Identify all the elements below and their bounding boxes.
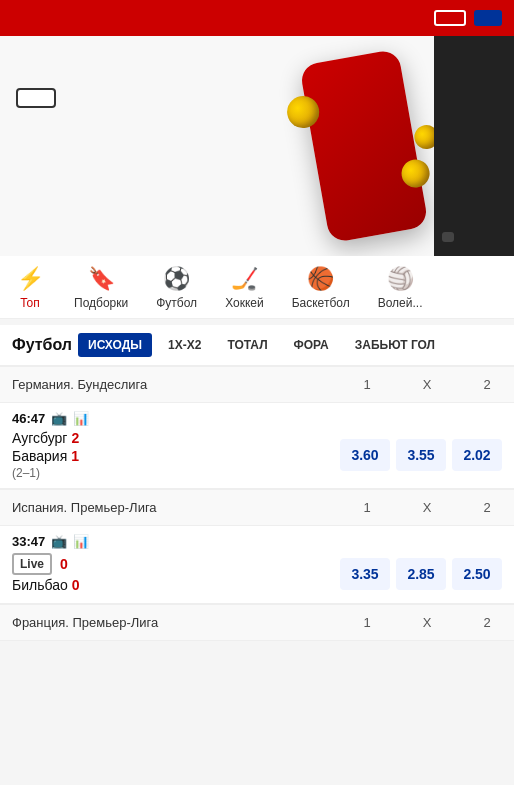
odd-button[interactable]: 3.35 [340,558,390,590]
volleyball-icon: 🏐 [387,266,414,292]
volleyball-label: Волей... [378,296,423,310]
team-name: Аугсбург [12,430,67,446]
match-time-row: 33:47📺📊 [12,526,502,551]
filter-btn-забьют-гол[interactable]: ЗАБЬЮТ ГОЛ [345,333,445,357]
odds-label: X [412,500,442,515]
banner [0,36,514,256]
odds-label: X [412,377,442,392]
league-name-2: Франция. Премьер-Лига [12,615,158,630]
odds-label: 1 [352,500,382,515]
basketball-icon: 🏀 [307,266,334,292]
sport-item-top[interactable]: ⚡ Топ [0,262,60,314]
league-name-0: Германия. Бундеслига [12,377,147,392]
match-stats-icon[interactable]: 📊 [73,411,89,426]
sport-item-volleyball[interactable]: 🏐 Волей... [364,262,437,314]
top-icon: ⚡ [17,266,44,292]
league-group-2: Франция. Премьер-Лига1X2 [0,604,514,641]
sport-item-football[interactable]: ⚽ Футбол [142,262,211,314]
league-group-0: Германия. Бундеслига1X246:47📺📊Аугсбург2Б… [0,366,514,489]
team-name: Бавария [12,448,67,464]
football-label: Футбол [156,296,197,310]
odd-button[interactable]: 3.60 [340,439,390,471]
team-row-0: Live0 [12,553,340,575]
odds-label: 1 [352,615,382,630]
odds-label: 2 [472,615,502,630]
league-header-0: Германия. Бундеслига1X2 [0,366,514,403]
team-row-1: Бавария1 [12,448,340,464]
register-button[interactable] [434,10,466,26]
filter-btn-тотал[interactable]: ТОТАЛ [217,333,277,357]
football-icon: ⚽ [163,266,190,292]
match-row-1-0: 33:47📺📊Live0Бильбао03.352.852.50 [0,526,514,604]
league-header-1: Испания. Премьер-Лига1X2 [0,489,514,526]
matches-section: Германия. Бундеслига1X246:47📺📊Аугсбург2Б… [0,366,514,641]
match-teams: Аугсбург2Бавария1(2–1) [12,430,340,480]
top-label: Топ [20,296,40,310]
sport-item-basketball[interactable]: 🏀 Баскетбол [278,262,364,314]
banner-more-button[interactable] [442,232,454,242]
league-group-1: Испания. Премьер-Лига1X233:47📺📊Live0Биль… [0,489,514,604]
sport-item-hockey[interactable]: 🏒 Хоккей [211,262,278,314]
odds-row: 3.603.552.02 [340,439,502,471]
filter-btn-исходы[interactable]: ИСХОДЫ [78,333,152,357]
odd-button[interactable]: 2.02 [452,439,502,471]
match-time: 33:47 [12,534,45,549]
header [0,0,514,36]
team-score: 2 [71,430,79,446]
bet-league-filter: ФутболИСХОДЫ1Х-Х2ТОТАЛФОРАЗАБЬЮТ ГОЛ [0,325,514,366]
odds-label: 2 [472,377,502,392]
league-header-2: Франция. Премьер-Лига1X2 [0,604,514,641]
banner-content [0,36,514,128]
basketball-label: Баскетбол [292,296,350,310]
hockey-icon: 🏒 [231,266,258,292]
match-teams: Live0Бильбао0 [12,553,340,595]
match-time: 46:47 [12,411,45,426]
filter-btn-фора[interactable]: ФОРА [284,333,339,357]
team-row-1: Бильбао0 [12,577,340,593]
picks-icon: 🔖 [88,266,115,292]
team-row-0: Аугсбург2 [12,430,340,446]
team-score: 1 [71,448,79,464]
match-video-icon[interactable]: 📺 [51,534,67,549]
odds-row: 3.352.852.50 [340,558,502,590]
match-time-row: 46:47📺📊 [12,403,502,428]
odd-button[interactable]: 3.55 [396,439,446,471]
picks-label: Подборки [74,296,128,310]
banner-register-button[interactable] [16,88,56,108]
coin-2 [399,157,431,189]
match-video-icon[interactable]: 📺 [51,411,67,426]
odds-label: X [412,615,442,630]
odd-button[interactable]: 2.85 [396,558,446,590]
live-badge: Live [12,553,52,575]
odd-button[interactable]: 2.50 [452,558,502,590]
bet-filters-section: ФутболИСХОДЫ1Х-Х2ТОТАЛФОРАЗАБЬЮТ ГОЛ [0,325,514,366]
hockey-label: Хоккей [225,296,264,310]
league-name-1: Испания. Премьер-Лига [12,500,157,515]
match-teams-odds: Аугсбург2Бавария1(2–1)3.603.552.02 [12,428,502,488]
odds-label: 2 [472,500,502,515]
sport-item-picks[interactable]: 🔖 Подборки [60,262,142,314]
match-stats-icon[interactable]: 📊 [73,534,89,549]
match-teams-odds: Live0Бильбао03.352.852.50 [12,551,502,603]
filter-league-label: Футбол [12,336,72,354]
login-button[interactable] [474,10,502,26]
team-score: 0 [72,577,80,593]
match-row-0-0: 46:47📺📊Аугсбург2Бавария1(2–1)3.603.552.0… [0,403,514,489]
filter-btn-1х-х2[interactable]: 1Х-Х2 [158,333,211,357]
team-name: Бильбао [12,577,68,593]
odds-label: 1 [352,377,382,392]
match-result: (2–1) [12,466,340,480]
sports-nav: ⚡ Топ 🔖 Подборки ⚽ Футбол 🏒 Хоккей 🏀 Бас… [0,256,514,319]
team-score: 0 [60,556,68,572]
header-buttons [434,10,502,26]
